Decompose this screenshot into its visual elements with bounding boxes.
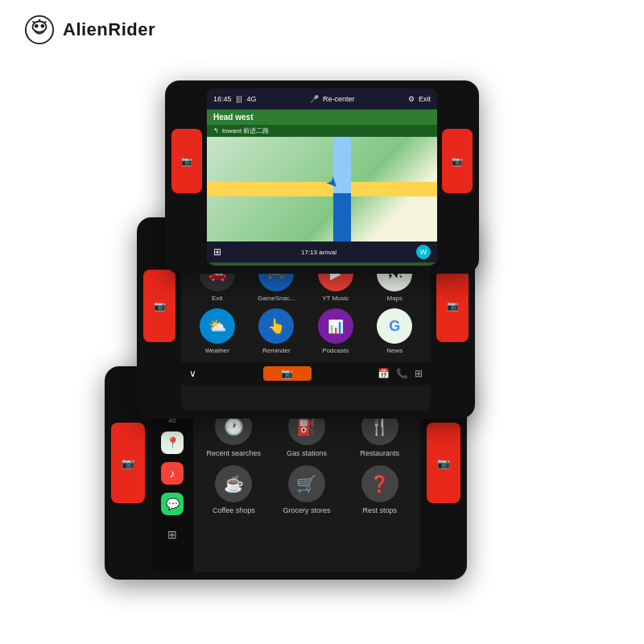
news-label: News — [386, 347, 402, 354]
nav-direction-sub: ↰ toward 前进二路 — [207, 125, 437, 137]
device-navigation: 📷 📷 16:45 ||| 4G 🎤 Re-center ⚙ Exit Head… — [165, 80, 479, 274]
camera-icon-home-right: 📷 — [447, 300, 459, 312]
podcasts-label: Podcasts — [322, 347, 349, 354]
camera-icon-search-left: 📷 — [122, 457, 134, 469]
search-main: 🕐 Recent searches ⛽ Gas stations 🍴 Resta… — [193, 398, 420, 572]
nav-bottom-bar: ⊞ 17:13 arrival W — [207, 242, 437, 262]
map-route — [333, 193, 351, 242]
right-button-home[interactable]: 📷 — [436, 270, 469, 342]
sidebar-4g: 4G — [164, 418, 180, 423]
app-podcasts[interactable]: 📊 Podcasts — [309, 308, 362, 354]
waze-icon: W — [416, 245, 431, 259]
home-bottom-bar: ∨ 📷 📅 📞 ⊞ — [181, 362, 431, 385]
exit-label: Exit — [212, 295, 222, 302]
reminder-icon: 👆 — [258, 308, 294, 344]
arrival-label: arrival — [319, 249, 336, 256]
grocery-stores-icon: 🛒 — [288, 465, 325, 502]
svg-point-3 — [40, 24, 44, 28]
search-grid: 🕐 Recent searches ⛽ Gas stations 🍴 Resta… — [201, 408, 412, 514]
arrival-time: 17:13 — [301, 249, 317, 256]
phone-icon[interactable]: 📞 — [396, 368, 408, 379]
nav-grid-icon[interactable]: ⊞ — [213, 246, 221, 258]
sidebar-music-icon[interactable]: ♪ — [161, 462, 184, 485]
alienrider-logo-icon — [24, 14, 55, 45]
gas-stations-label: Gas stations — [287, 449, 327, 457]
left-button-search[interactable]: 📷 — [111, 423, 145, 503]
nav-direction-header: Head west — [207, 109, 437, 125]
nav-topbar: 16:45 ||| 4G 🎤 Re-center ⚙ Exit — [207, 89, 437, 109]
nav-recenter[interactable]: 🎤 Re-center — [310, 95, 355, 103]
reminder-label: Reminder — [262, 347, 291, 354]
search-item-grocery[interactable]: 🛒 Grocery stores — [275, 465, 340, 514]
search-item-coffee[interactable]: ☕ Coffee shops — [201, 465, 266, 514]
brand-name: AlienRider — [63, 19, 155, 40]
restaurants-label: Restaurants — [360, 449, 399, 457]
recent-searches-label: Recent searches — [207, 449, 262, 457]
maps-label: Maps — [386, 295, 402, 302]
camera-strip: 📷 — [263, 366, 312, 381]
camera-center-icon: 📷 — [281, 368, 293, 379]
app-news[interactable]: G News — [369, 308, 422, 354]
weather-icon: ⛅ — [200, 308, 235, 344]
chevron-down-icon[interactable]: ∨ — [189, 368, 196, 379]
svg-point-2 — [35, 24, 39, 28]
rest-stops-icon: ❓ — [361, 465, 398, 502]
search-item-rest[interactable]: ❓ Rest stops — [347, 465, 412, 514]
gamesnack-label: GameSnac... — [258, 295, 295, 302]
grid-icon[interactable]: ⊞ — [415, 368, 423, 379]
network-type: 4G — [247, 95, 257, 103]
grocery-stores-label: Grocery stores — [283, 506, 330, 514]
nav-time: 16:45 — [213, 95, 232, 103]
bottom-icons: 📅 📞 ⊞ — [378, 368, 423, 379]
camera-icon-home-left: 📷 — [154, 300, 166, 312]
camera-icon-left: 📷 — [181, 156, 192, 167]
nav-status-left: 16:45 ||| 4G — [213, 95, 257, 103]
camera-icon-right: 📷 — [452, 156, 463, 167]
sidebar-whatsapp-icon[interactable]: 💬 — [161, 493, 184, 515]
nav-arrival-info: 17:13 arrival — [301, 249, 336, 256]
left-button-nav[interactable]: 📷 — [171, 129, 202, 193]
sidebar-maps-icon[interactable]: 📍 — [161, 431, 184, 454]
calendar-icon[interactable]: 📅 — [378, 368, 390, 379]
coffee-shops-label: Coffee shops — [213, 506, 255, 514]
ytmusic-label: YT Music — [322, 295, 349, 302]
rest-stops-label: Rest stops — [362, 506, 397, 514]
right-button-search[interactable]: 📷 — [427, 423, 460, 503]
right-button-nav[interactable]: 📷 — [442, 129, 473, 193]
turn-icon: ↰ — [213, 127, 219, 134]
camera-icon-search-right: 📷 — [437, 457, 450, 469]
header: AlienRider — [24, 14, 155, 45]
signal-icon: ||| — [237, 95, 242, 103]
nav-screen: 16:45 ||| 4G 🎤 Re-center ⚙ Exit Head wes… — [207, 89, 437, 266]
news-icon: G — [377, 308, 412, 344]
podcasts-icon: 📊 — [318, 308, 353, 344]
app-weather[interactable]: ⛅ Weather — [191, 308, 244, 354]
svg-line-5 — [32, 22, 35, 23]
gear-icon[interactable]: ⚙ — [408, 95, 415, 103]
sidebar-grid-icon[interactable]: ⊞ — [161, 523, 184, 546]
search-sidebar: 18:09 ||| 4G 📍 ♪ 💬 ⊞ — [151, 398, 193, 572]
app-reminder[interactable]: 👆 Reminder — [250, 308, 303, 354]
exit-label[interactable]: Exit — [419, 95, 431, 103]
left-button-home[interactable]: 📷 — [143, 270, 175, 342]
toward-text: toward 前进二路 — [222, 126, 269, 135]
nav-controls: ⚙ Exit — [408, 95, 431, 103]
map-area: ➤ — [207, 137, 437, 242]
weather-label: Weather — [205, 347, 229, 354]
svg-line-6 — [44, 22, 47, 23]
coffee-shops-icon: ☕ — [215, 465, 252, 502]
mic-icon: 🎤 — [310, 95, 319, 103]
